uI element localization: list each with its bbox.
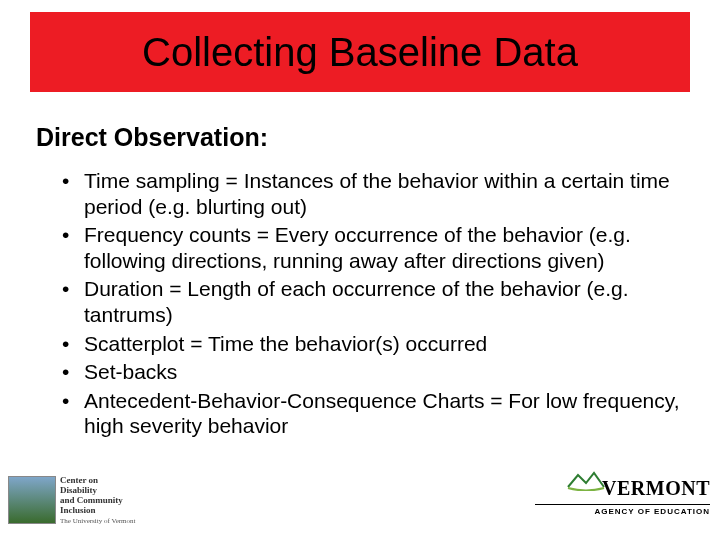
- logo-left-text: Center on Disability and Community Inclu…: [60, 476, 170, 525]
- subheading: Direct Observation:: [36, 123, 268, 152]
- logo-left-line: and Community: [60, 495, 123, 505]
- list-item: Duration = Length of each occurrence of …: [60, 276, 680, 327]
- list-item: Time sampling = Instances of the behavio…: [60, 168, 680, 219]
- logo-left-image: [8, 476, 56, 524]
- logo-right: VERMONT AGENCY OF EDUCATION: [535, 477, 710, 532]
- list-item: Set-backs: [60, 359, 680, 385]
- logo-right-tag: AGENCY OF EDUCATION: [535, 498, 710, 516]
- logo-right-tag-text: AGENCY OF EDUCATION: [594, 507, 710, 516]
- bullet-list: Time sampling = Instances of the behavio…: [60, 168, 680, 442]
- logo-left-line: Disability: [60, 485, 97, 495]
- logo-left-line: Inclusion: [60, 505, 96, 515]
- list-item: Scatterplot = Time the behavior(s) occur…: [60, 331, 680, 357]
- list-item: Frequency counts = Every occurrence of t…: [60, 222, 680, 273]
- logo-left-line: Center on: [60, 475, 98, 485]
- logo-left: Center on Disability and Community Inclu…: [8, 476, 178, 536]
- mountain-icon: [566, 471, 606, 491]
- slide: Collecting Baseline Data Direct Observat…: [0, 0, 720, 540]
- list-item: Antecedent-Behavior-Consequence Charts =…: [60, 388, 680, 439]
- logo-right-brand-text: VERMONT: [602, 477, 710, 499]
- slide-title: Collecting Baseline Data: [142, 30, 578, 75]
- logo-right-brand: VERMONT: [602, 477, 710, 500]
- logo-left-sub: The University of Vermont: [60, 517, 136, 525]
- title-bar: Collecting Baseline Data: [30, 12, 690, 92]
